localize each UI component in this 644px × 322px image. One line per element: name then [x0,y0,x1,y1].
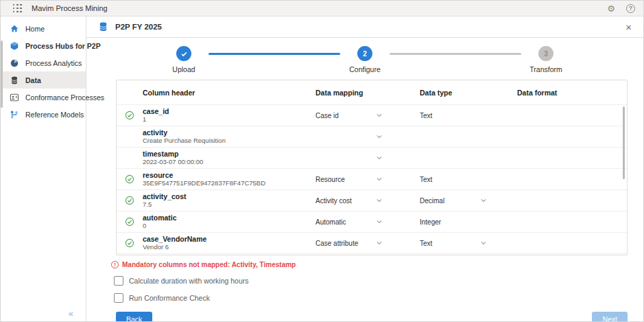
table-row: case_VendorName Vendor 6 Case attribute … [117,232,627,253]
table-row: timestamp 2022-03-07 00:00:00 [117,147,627,168]
sidebar-scrollbar[interactable] [1,41,3,108]
table-row: automatic 0 Automatic Integer [117,211,627,232]
error-circle-icon: ! [111,261,119,268]
data-type-value: Integer [420,218,480,226]
data-mapping-select[interactable] [315,133,420,140]
column-name: activity [143,128,315,137]
sidebar-item-home[interactable]: Home [1,20,86,37]
data-mapping-value: Automatic [315,218,376,226]
table-header-row: Column header Data mapping Data type Dat… [117,80,627,104]
stepper-connector [390,53,521,55]
data-type-value: Text [420,240,480,247]
step-label: Transform [529,65,562,73]
data-type-select[interactable]: Text [420,112,517,119]
cube-icon [10,41,19,51]
table-row: resource 35E9F547751F9DE9472837F8F47C75B… [117,168,627,189]
column-sample-value: Create Purchase Requisition [143,137,315,145]
data-mapping-select[interactable]: Case attribute [315,240,420,247]
validation-warning: ! Mandatory columns not mapped: Activity… [111,261,643,268]
back-button[interactable]: Back [116,312,152,322]
mapped-check-icon [125,132,134,141]
close-icon[interactable]: × [625,22,632,32]
column-name: activity_cost [143,192,315,200]
data-mapping-select[interactable]: Resource [315,176,420,183]
data-mapping-label: Data mapping [315,89,420,97]
waffle-menu-icon[interactable] [13,4,22,13]
main-panel: P2P FY 2025 × Upload 2 Configure 3 Trans… [86,16,643,322]
sidebar-item-process-analytics[interactable]: Process Analytics [1,54,86,71]
checkbox[interactable] [114,276,123,286]
data-type-value: Text [420,112,480,119]
hierarchy-icon [10,110,19,119]
mapped-check-icon [125,111,134,120]
sidebar-item-data[interactable]: Data [1,71,86,89]
column-sample-value: 7.5 [143,200,315,209]
sidebar-item-process-hubs-for-p2p[interactable]: Process Hubs for P2P [1,37,86,54]
chevron-down-icon [480,240,487,246]
stepper-step-configure[interactable]: 2 Configure [340,46,390,73]
sidebar-item-label: Home [25,25,45,33]
chevron-down-icon [376,154,383,161]
option-calculate-duration-with-working-hours: Calculate duration with working hours [114,276,643,286]
app-title: Mavim Process Mining [32,4,108,12]
wizard-stepper: Upload 2 Configure 3 Transform [159,46,571,73]
table-scrollbar[interactable] [623,106,625,179]
data-type-select[interactable]: Text [420,176,517,183]
sidebar-item-conformance-processes[interactable]: Conformance Processes [1,89,86,106]
data-mapping-select[interactable]: Case id [315,112,420,119]
app-window: Mavim Process Mining ⚙ ? Home Process Hu… [0,0,644,322]
data-type-select[interactable]: Integer [420,218,517,226]
help-icon[interactable]: ? [626,4,635,13]
sidebar-collapse-button[interactable]: « [69,308,73,319]
topbar-actions: ⚙ ? [607,4,635,13]
top-bar: Mavim Process Mining ⚙ ? [1,1,643,16]
table-row: activity Create Purchase Requisition [117,126,627,147]
next-button[interactable]: Next [592,312,628,322]
data-type-select[interactable]: Text [420,240,517,247]
column-mapping-table: Column header Data mapping Data type Dat… [116,80,628,255]
data-type-label: Data type [420,89,517,97]
sidebar-item-label: Data [25,76,41,84]
column-header-cell: automatic 0 [143,214,315,230]
chevron-down-icon [480,197,487,204]
data-mapping-value: Activity cost [315,197,376,205]
data-type-select[interactable]: Decimal [420,197,517,205]
pie-chart-icon [10,58,19,68]
step-complete-check-icon [176,46,191,61]
stepper-connector [208,53,340,55]
column-header-cell: timestamp 2022-03-07 00:00:00 [143,150,315,166]
chevron-down-icon [376,133,383,140]
column-sample-value: 1 [143,115,315,124]
settings-gear-icon[interactable]: ⚙ [607,4,615,13]
stepper-step-upload[interactable]: Upload [159,46,208,73]
option-run-conformance-check: Run Conformance Check [114,293,643,303]
mapped-check-icon [125,217,134,227]
column-header-cell: case_id 1 [143,107,315,124]
sidebar-item-label: Process Hubs for P2P [25,42,101,50]
checkbox[interactable] [114,293,123,303]
database-dark-icon [10,76,19,85]
sidebar-item-label: Process Analytics [25,59,82,67]
table-row: case_id 1 Case id Text [117,104,627,126]
column-sample-value: 2022-03-07 00:00:00 [143,158,315,166]
data-mapping-select[interactable]: Automatic [315,218,420,226]
mapped-check-icon [125,196,134,205]
data-type-value: Decimal [420,197,480,205]
step-label: Upload [172,65,195,73]
column-name: automatic [143,214,315,222]
chevron-down-icon [376,197,383,204]
stepper-step-transform[interactable]: 3 Transform [521,46,571,73]
app-body: Home Process Hubs for P2P Process Analyt… [1,16,643,322]
configure-content: Upload 2 Configure 3 Transform Column he… [86,38,643,322]
table-row: activity_cost 7.5 Activity cost Decimal [117,189,627,211]
column-sample-value: Vendor 6 [143,243,315,251]
dataset-header: P2P FY 2025 × [86,16,643,38]
data-mapping-select[interactable] [315,154,420,161]
option-label: Calculate duration with working hours [129,277,249,285]
sidebar-item-label: Conformance Processes [25,93,104,102]
column-header-cell: case_VendorName Vendor 6 [143,235,315,251]
data-mapping-select[interactable]: Activity cost [315,197,420,205]
wizard-actions: Back Next [116,312,628,322]
sidebar-item-reference-models[interactable]: Reference Models [1,106,86,123]
step-circle: 3 [538,46,553,61]
